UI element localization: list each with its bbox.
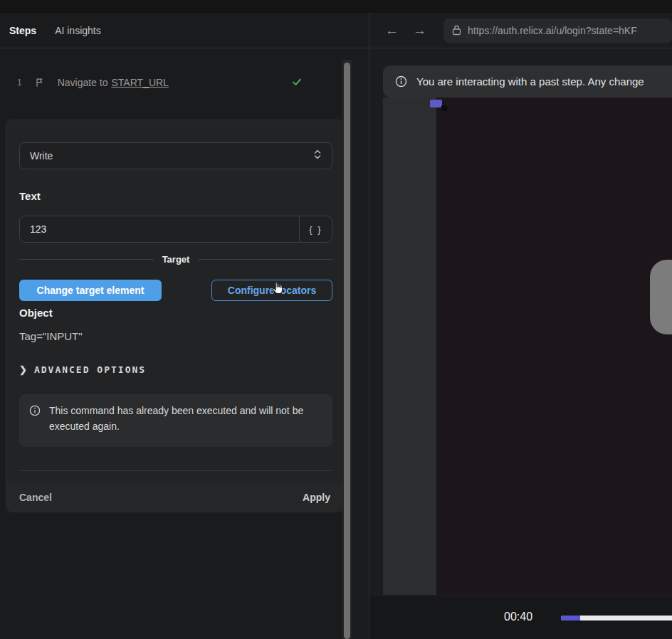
divider-line (198, 259, 332, 260)
step-success-check-icon (290, 75, 303, 91)
apply-button[interactable]: Apply (303, 492, 330, 503)
already-executed-info-box: This command has already been executed a… (19, 394, 332, 447)
replay-player-bar: 00:40 (369, 596, 672, 639)
hand-cursor-icon (271, 282, 285, 297)
info-icon (29, 405, 41, 438)
back-arrow-button[interactable]: ← (385, 23, 399, 37)
editor-footer: Cancel Apply (6, 483, 343, 512)
edge-handle[interactable] (650, 260, 672, 334)
step-index: 1 (17, 78, 22, 88)
step-label: Navigate to (58, 77, 108, 88)
element-highlight (430, 100, 442, 107)
url-text: https://auth.relicx.ai/u/login?state=hKF (468, 25, 637, 36)
action-select-value: Write (30, 150, 313, 162)
forward-arrow-button[interactable]: → (413, 23, 426, 37)
target-section-divider: Target (19, 254, 332, 264)
flag-icon (35, 78, 45, 88)
divider-line (19, 259, 154, 260)
advanced-options-toggle[interactable]: ❯ ADVANCED OPTIONS (19, 364, 146, 375)
replayed-page-sidebar (383, 97, 436, 595)
scrollbar-thumb[interactable] (344, 63, 350, 639)
lock-icon (452, 25, 461, 36)
left-tab-bar: Steps AI insights (0, 13, 369, 48)
change-target-element-button[interactable]: Change target element (19, 280, 162, 301)
object-tag-value: Tag="INPUT" (19, 330, 83, 342)
text-input-group: { } (19, 216, 332, 243)
tab-ai-insights[interactable]: AI insights (55, 25, 101, 36)
steps-panel: Steps AI insights 1 Navigate to START_UR… (0, 13, 369, 639)
info-icon (395, 75, 407, 88)
window-top-strip (0, 0, 672, 13)
object-label: Object (19, 307, 53, 319)
target-divider-label: Target (162, 254, 190, 265)
action-type-select[interactable]: Write (19, 142, 332, 169)
player-progress-fill (561, 616, 580, 620)
advanced-options-label: ADVANCED OPTIONS (34, 364, 146, 375)
replay-screenshot-viewport[interactable] (383, 97, 672, 595)
select-updown-chevron-icon (313, 149, 322, 163)
step-row-navigate[interactable]: 1 Navigate to START_URL (0, 68, 340, 97)
text-field-label: Text (19, 190, 41, 202)
url-bar[interactable]: https://auth.relicx.ai/u/login?state=hKF (443, 19, 672, 43)
info-message: This command has already been executed a… (49, 403, 322, 438)
past-step-banner: You are interacting with a past step. An… (383, 65, 672, 97)
player-progress-bar[interactable] (561, 616, 672, 620)
browser-preview-panel: ← → https://auth.relicx.ai/u/login?state… (369, 13, 672, 639)
start-url-link[interactable]: START_URL (112, 77, 169, 88)
cancel-button[interactable]: Cancel (19, 492, 52, 503)
replay-cursor-artifact (441, 105, 447, 111)
browser-header: ← → https://auth.relicx.ai/u/login?state… (369, 13, 672, 48)
text-input[interactable] (20, 216, 299, 242)
tab-steps[interactable]: Steps (9, 25, 36, 36)
chevron-right-icon: ❯ (19, 364, 27, 375)
step-editor-card: Write Text { } Target Change target elem… (6, 120, 344, 512)
banner-message: You are interacting with a past step. An… (416, 75, 644, 88)
footer-divider (19, 470, 332, 471)
player-timestamp: 00:40 (504, 611, 532, 623)
insert-variable-button[interactable]: { } (299, 216, 332, 242)
